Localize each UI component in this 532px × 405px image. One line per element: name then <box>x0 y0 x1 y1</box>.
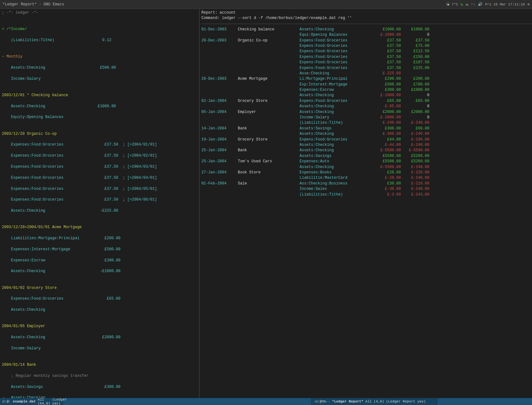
col-payee: Checking balance <box>238 27 300 32</box>
col-account: Liabilitie:MasterCard <box>300 175 372 181</box>
col-payee <box>238 87 300 93</box>
col-amount: £5500.00 <box>372 153 401 159</box>
statusbar: -U:@-- example.dat All (64,0) (Ledger ya… <box>0 398 532 405</box>
col-balance: £-5500.00 <box>401 148 429 153</box>
col-account: Expenses:Books <box>300 170 372 175</box>
settings-icon[interactable]: ⚙ <box>527 2 529 6</box>
table-row: Assets:Checking£-5500.00£-240.00 <box>201 165 530 170</box>
datetime: Fri 15 Mar 17:11:19 <box>485 3 525 6</box>
table-row: Expenses:Escrow£300.00£1000.00 <box>201 87 530 93</box>
list-item: Expenses:Food:Groceries £37.50 ; [=2004/… <box>2 175 197 181</box>
list-item: Assets:Checking -£225.00 <box>2 208 197 214</box>
col-amount: £-5500.00 <box>372 165 401 170</box>
table-row: 02-Jan-2004Grocery StoreExpens:Food:Groc… <box>201 98 530 104</box>
report-header: Report: account Command: ledger --sort d… <box>200 9 532 22</box>
table-row: Equi:Opening Balances£-1000.000 <box>201 32 530 38</box>
col-balance: £75.00 <box>401 43 429 49</box>
col-balance: £-240.00 <box>401 186 429 192</box>
list-item: 2003/12/28=2004/01/01 Acme Mortgage <box>2 225 197 230</box>
col-date <box>201 115 238 120</box>
email-icon[interactable]: ✉ <box>466 2 468 7</box>
col-payee: Tom's Used Cars <box>238 159 300 164</box>
col-balance: 0 <box>401 93 429 98</box>
col-balance: 0 <box>401 115 429 120</box>
col-payee: Employer <box>238 109 300 115</box>
status-mid: ────────────────────────────────────────… <box>63 400 311 403</box>
col-amount: £65.00 <box>372 98 401 104</box>
col-date: 02-Jan-2004 <box>201 98 238 104</box>
list-item: Assets:Checking £1000.00 <box>2 104 197 109</box>
table-row: Expens:Food:Groceries£37.50£112.50 <box>201 49 530 54</box>
table-row: 27-Jan-2004Book StoreExpenses:Books£20.0… <box>201 170 530 175</box>
col-account: Exp:Interest:Mortgage <box>300 82 372 87</box>
status-mode-right: -U:@%%-- <box>314 400 330 403</box>
right-pane: Report: account Command: ledger --sort d… <box>200 9 532 398</box>
table-row: Expens:Food:Groceries£37.50£75.00 <box>201 43 530 49</box>
col-payee: Organic Co-op <box>238 38 300 43</box>
list-item: Assets:Checking <box>2 307 197 313</box>
title-text: *Ledger Report* - GNU Emacs <box>3 2 64 7</box>
list-item: Income:Salary <box>2 346 197 351</box>
col-date <box>201 49 238 54</box>
col-payee: Bank <box>238 126 300 131</box>
col-payee <box>238 186 300 192</box>
left-code-area[interactable]: ; -*- ledger -*- = /^Income/ (Liabilitie… <box>0 9 199 398</box>
col-balance: £225.00 <box>401 65 429 71</box>
status-file-right: *Ledger Report* <box>332 400 364 403</box>
table-row: 19-Jan-2004Grocery StoreExpens:Food:Groc… <box>201 137 530 142</box>
col-amount: £-30.00 <box>372 186 401 192</box>
col-amount: £30.00 <box>372 181 401 186</box>
list-item: 2004/01/05 Employer <box>2 324 197 329</box>
col-date <box>201 142 238 148</box>
col-balance: £-220.00 <box>401 170 429 175</box>
col-balance: £112.50 <box>401 49 429 54</box>
col-account: Expens:Food:Groceries <box>300 54 372 60</box>
col-amount: £37.50 <box>372 43 401 49</box>
col-date <box>201 32 238 38</box>
col-date: 01-Feb-2004 <box>201 181 238 186</box>
list-item: = /^Income/ <box>2 27 197 32</box>
list-item: Expenses:Food:Groceries £37.50 ; [=2004/… <box>2 197 197 202</box>
col-amount: £-1000.00 <box>372 93 401 98</box>
col-payee <box>238 115 300 120</box>
col-payee <box>238 104 300 109</box>
table-row: Assets:Checking£-65.000 <box>201 104 530 109</box>
col-date <box>201 54 238 60</box>
col-balance: £700.00 <box>401 82 429 87</box>
list-item: 2004/01/02 Grocery Store <box>2 285 197 291</box>
col-balance: £-240.00 <box>401 131 429 137</box>
col-payee <box>238 165 300 170</box>
col-account: Expens:Food:Groceries <box>300 60 372 65</box>
list-item: Assets:Checking <box>2 395 197 398</box>
col-account: Assets:Savings <box>300 153 372 159</box>
col-balance: £-196.00 <box>401 137 429 142</box>
col-payee <box>238 32 300 38</box>
table-row: Asse:Checking£-225.00 <box>201 71 530 76</box>
col-amount: £2000.00 <box>372 109 401 115</box>
col-amount: £-1000.00 <box>372 32 401 38</box>
volume-icon[interactable]: 🔊 <box>478 2 483 7</box>
col-payee: Sale <box>238 181 300 186</box>
list-item: Income:Salary <box>2 76 197 82</box>
table-row: 01-Feb-2004SaleAss:Checking:Business£30.… <box>201 181 530 186</box>
col-account: Equi:Opening Balances <box>300 32 372 38</box>
col-amount: £-3.60 <box>372 192 401 197</box>
status-info-right: All (4,0) <box>365 400 384 403</box>
col-account: Assets:Checking <box>300 109 372 115</box>
col-balance: £-240.00 <box>401 142 429 148</box>
report-separator: ────────────────────────────────────────… <box>200 22 532 26</box>
reload-icon[interactable]: ↻ <box>460 2 463 7</box>
table-row: (Liabilities:Tithe)£-3.60£-243.60 <box>201 192 530 197</box>
list-item: Expenses:Food:Groceries £37.50 ; [=2004/… <box>2 164 197 170</box>
list-item: Expenses:Escrow £300.00 <box>2 258 197 263</box>
col-balance: £2000.00 <box>401 109 429 115</box>
col-account: Assets:Checking <box>300 165 372 170</box>
col-date: 28-Dec-2003 <box>201 76 238 82</box>
table-row: 28-Dec-2003Acme MortgageLi:Mortgage:Prin… <box>201 76 530 82</box>
col-account: Expenses:Auto <box>300 159 372 164</box>
col-payee <box>238 153 300 159</box>
list-item: Assets:Checking -£1000.00 <box>2 269 197 274</box>
col-date <box>201 175 238 181</box>
col-account: Assets:Checking <box>300 104 372 109</box>
col-balance: £150.00 <box>401 54 429 60</box>
